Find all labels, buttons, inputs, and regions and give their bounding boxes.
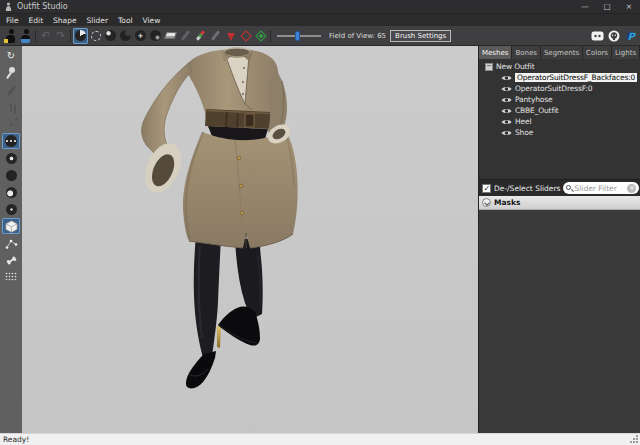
menu-tool[interactable]: Tool	[113, 16, 138, 25]
main-area: ↻	[0, 46, 640, 433]
eye-icon[interactable]	[501, 96, 512, 104]
mesh-item[interactable]: Shoe	[479, 127, 640, 138]
main-toolbar: ↶↷+ Field of View: 65 Brush Settings PP	[0, 26, 640, 46]
tab-meshes[interactable]: Meshes	[479, 46, 512, 59]
load-reference-icon[interactable]	[18, 28, 33, 44]
mesh-item[interactable]: Heel	[479, 116, 640, 127]
mesh-item[interactable]: Pantyhose	[479, 94, 640, 105]
eye-icon[interactable]	[501, 85, 512, 93]
mesh-item-label: Shoe	[515, 128, 533, 137]
right-panel: MeshesBonesSegmentsColorsLights New Outf…	[478, 46, 640, 433]
tree-root-label: New Outfit	[496, 62, 535, 71]
mesh-tree: New Outfit OperatorSuitDressF_Backfaces:…	[479, 59, 640, 179]
search-icon	[566, 185, 572, 191]
mesh-item[interactable]: OperatorSuitDressF:0	[479, 83, 640, 94]
slider-filter-searchbox[interactable]	[563, 182, 639, 194]
brush-focus-icon[interactable]	[2, 184, 20, 200]
slider-list-area[interactable]	[479, 210, 640, 433]
discord-icon[interactable]	[590, 29, 605, 43]
pencil-icon[interactable]	[2, 82, 20, 98]
flip-edge-icon[interactable]	[238, 28, 253, 44]
panel-tabs: MeshesBonesSegmentsColorsLights	[479, 46, 640, 59]
status-bar: Ready!	[0, 433, 640, 445]
close-button[interactable]: ×	[618, 0, 640, 13]
brush-settings-button[interactable]: Brush Settings	[390, 30, 451, 42]
toolbar-separator	[70, 30, 71, 42]
github-icon[interactable]	[606, 29, 621, 43]
seam-icon[interactable]	[2, 116, 20, 132]
tab-bones[interactable]: Bones	[512, 46, 540, 59]
xmirror-icon[interactable]	[2, 133, 20, 149]
eye-icon[interactable]	[501, 74, 512, 82]
clear-search-icon[interactable]	[627, 184, 636, 193]
tree-root-row[interactable]: New Outfit	[479, 61, 640, 72]
undiff-brush-icon[interactable]	[163, 28, 178, 44]
tab-colors[interactable]: Colors	[583, 46, 612, 59]
fov-slider-thumb[interactable]	[295, 31, 300, 41]
tab-segments[interactable]: Segments	[541, 46, 583, 59]
weight-brush-icon[interactable]	[178, 28, 193, 44]
vertices-icon[interactable]	[2, 235, 20, 251]
maximize-button[interactable]: □	[596, 0, 618, 13]
outfit-studio-window: Outfit Studio — □ × FileEditShapeSliderT…	[0, 0, 640, 445]
load-project-icon[interactable]	[3, 28, 18, 44]
deflate-brush-icon[interactable]	[118, 28, 133, 44]
slider-controls: De-/Select Sliders	[479, 179, 640, 196]
toolbar-separator	[35, 30, 36, 42]
window-controls: — □ ×	[574, 0, 640, 13]
eye-icon[interactable]	[501, 107, 512, 115]
menu-bar: FileEditShapeSliderToolView	[0, 14, 640, 26]
slider-filter-input[interactable]	[574, 184, 625, 193]
model-skirt	[183, 131, 298, 248]
status-text: Ready!	[3, 435, 29, 444]
grid-icon[interactable]	[2, 269, 20, 285]
select-brush-icon[interactable]	[88, 28, 103, 44]
bones-icon[interactable]	[2, 252, 20, 268]
menu-view[interactable]: View	[138, 16, 166, 25]
menu-edit[interactable]: Edit	[24, 16, 49, 25]
eye-icon[interactable]	[501, 129, 512, 137]
alpha-brush-icon[interactable]	[208, 28, 223, 44]
model-canvas	[22, 46, 478, 433]
recenter-camera-icon[interactable]: ↻	[2, 48, 20, 64]
model-neck-opening	[224, 49, 250, 58]
inflate-brush-icon[interactable]	[103, 28, 118, 44]
brush-strength-icon[interactable]	[2, 167, 20, 183]
window-title: Outfit Studio	[17, 2, 68, 11]
vertex-slide-icon[interactable]	[2, 99, 20, 115]
smooth-brush-icon[interactable]	[148, 28, 163, 44]
fov-slider[interactable]	[277, 30, 321, 42]
deselect-sliders-label: De-/Select Sliders	[494, 184, 560, 193]
pin-icon[interactable]	[2, 65, 20, 81]
wireframe-cube-icon[interactable]	[2, 218, 20, 234]
brush-size-icon[interactable]	[2, 150, 20, 166]
collapse-vertex-icon[interactable]	[223, 28, 238, 44]
eye-icon[interactable]	[501, 118, 512, 126]
paypal-icon[interactable]: PP	[622, 29, 637, 43]
redo-icon[interactable]: ↷	[53, 28, 68, 44]
masks-section-header[interactable]: Masks	[479, 196, 640, 210]
title-bar[interactable]: Outfit Studio — □ ×	[0, 0, 640, 14]
viewport-3d[interactable]	[22, 46, 478, 433]
minimize-button[interactable]: —	[574, 0, 596, 13]
mesh-item-label: OperatorSuitDressF:0	[515, 84, 592, 93]
resize-grip[interactable]	[629, 434, 638, 443]
masks-label: Masks	[494, 198, 520, 207]
toolbar-separator	[270, 30, 271, 42]
move-brush-icon[interactable]: +	[133, 28, 148, 44]
mask-brush-icon[interactable]	[73, 28, 88, 44]
split-edge-icon[interactable]	[253, 28, 268, 44]
deselect-sliders-checkbox[interactable]	[482, 184, 491, 193]
mesh-item[interactable]: OperatorSuitDressF_Backfaces:0	[479, 72, 640, 83]
collapse-icon[interactable]	[485, 63, 493, 71]
menu-file[interactable]: File	[1, 16, 24, 25]
mesh-item-label: CBBE_Outfit	[515, 106, 559, 115]
chevron-down-icon[interactable]	[482, 198, 491, 207]
menu-slider[interactable]: Slider	[82, 16, 113, 25]
menu-shape[interactable]: Shape	[48, 16, 82, 25]
undo-icon[interactable]: ↶	[38, 28, 53, 44]
color-brush-icon[interactable]	[193, 28, 208, 44]
brush-spacing-icon[interactable]	[2, 201, 20, 217]
mesh-item[interactable]: CBBE_Outfit	[479, 105, 640, 116]
tab-lights[interactable]: Lights	[612, 46, 640, 59]
